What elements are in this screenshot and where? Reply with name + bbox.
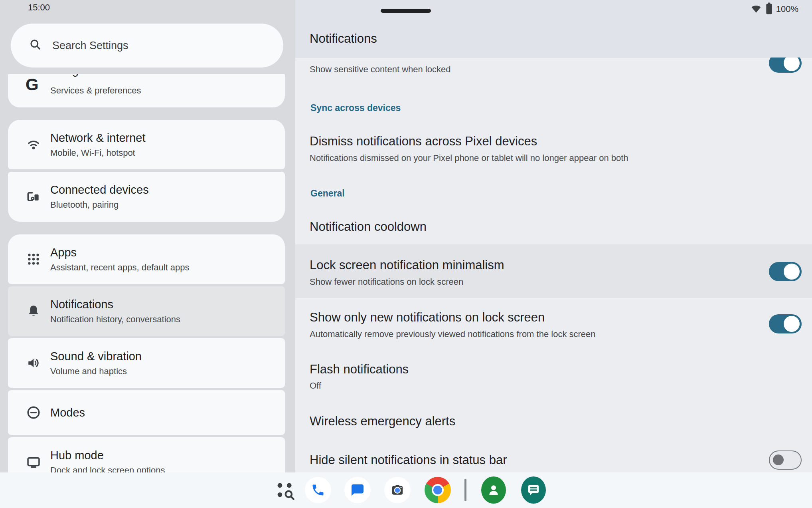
sidebar-item-title: Google (50, 74, 88, 77)
sidebar-item-subtitle: Services & preferences (50, 85, 141, 97)
search-placeholder: Search Settings (52, 40, 128, 52)
sidebar-item-notifications[interactable]: Notifications Notification history, conv… (8, 286, 285, 336)
section-sync-across-devices: Sync across devices (310, 102, 401, 113)
notifications-detail-pane: Sensitive notifications Show sensitive c… (295, 0, 812, 508)
row-show-only-new-subtitle: Automatically remove previously viewed n… (310, 329, 596, 340)
chrome-ring (432, 484, 444, 496)
chrome-lens (433, 486, 442, 494)
sidebar-item-title: Notifications (50, 297, 180, 312)
page-title: Notifications (310, 31, 377, 46)
row-lock-screen-minimalism[interactable]: Lock screen notification minimalism (310, 257, 504, 273)
sidebar-item-title: Hub mode (50, 448, 165, 462)
chrome-app-icon[interactable] (425, 477, 451, 503)
row-show-only-new[interactable]: Show only new notifications on lock scre… (310, 310, 545, 325)
wifi-icon (25, 138, 42, 151)
sidebar-item-title: Modes (50, 405, 85, 420)
speaker-icon (25, 356, 42, 370)
toggle-thumb (784, 264, 800, 280)
messages-app-icon[interactable] (344, 477, 371, 503)
all-apps-search-button[interactable] (274, 479, 296, 502)
row-sensitive-notifications-subtitle: Show sensitive content when locked (310, 64, 450, 75)
google-g-icon: G (26, 75, 39, 94)
settings-sidebar: 15:00 Search Settings G Google Services … (0, 0, 295, 508)
row-notification-cooldown[interactable]: Notification cooldown (310, 219, 427, 235)
toggle-thumb (784, 55, 800, 71)
devices-icon (25, 189, 42, 204)
do-not-disturb-icon (25, 405, 42, 420)
show-only-new-toggle[interactable] (769, 314, 802, 333)
sidebar-item-title: Apps (50, 245, 190, 260)
row-wireless-emergency-alerts[interactable]: Wireless emergency alerts (310, 413, 455, 429)
sidebar-item-subtitle: Bluetooth, pairing (50, 199, 149, 211)
row-hide-silent-notifications[interactable]: Hide silent notifications in status bar (310, 452, 507, 468)
apps-grid-icon (25, 252, 42, 266)
bell-icon (25, 304, 42, 319)
row-flash-notifications-value: Off (310, 380, 321, 391)
sidebar-item-subtitle: Notification history, conversations (50, 314, 180, 325)
lock-screen-minimalism-toggle[interactable] (769, 262, 802, 281)
detail-header-band: Notifications (295, 0, 812, 58)
sidebar-item-subtitle: Assistant, recent apps, default apps (50, 262, 190, 274)
sidebar-item-network-internet[interactable]: Network & internet Mobile, Wi-Fi, hotspo… (8, 120, 285, 169)
row-lock-screen-minimalism-subtitle: Show fewer notifications on lock screen (310, 276, 463, 288)
sidebar-item-subtitle: Volume and haptics (50, 365, 142, 377)
row-dismiss-across-pixel[interactable]: Dismiss notifications across Pixel devic… (310, 133, 537, 149)
sidebar-item-google[interactable]: G Google Services & preferences (8, 74, 285, 107)
sidebar-item-modes[interactable]: Modes (8, 390, 285, 435)
sidebar-item-subtitle: Mobile, Wi-Fi, hotspot (50, 147, 146, 159)
search-icon (29, 38, 42, 53)
contacts-app-icon[interactable] (481, 476, 506, 504)
phone-app-icon[interactable] (305, 477, 331, 503)
sidebar-item-title: Connected devices (50, 183, 149, 197)
taskbar (0, 472, 812, 508)
section-general: General (310, 188, 345, 199)
sidebar-item-title: Sound & vibration (50, 349, 142, 363)
camera-app-icon[interactable] (384, 477, 411, 503)
toggle-thumb (784, 316, 800, 332)
row-flash-notifications[interactable]: Flash notifications (310, 361, 409, 377)
battery-percent: 100% (776, 4, 798, 14)
toggle-thumb (773, 454, 784, 465)
wifi-status-icon (750, 3, 762, 15)
chat-app-icon[interactable] (521, 476, 546, 504)
status-icons: 100% (750, 2, 798, 16)
battery-icon (766, 2, 772, 16)
sidebar-item-apps[interactable]: Apps Assistant, recent apps, default app… (8, 234, 285, 284)
row-dismiss-across-pixel-subtitle: Notifications dismissed on your Pixel ph… (310, 153, 628, 164)
taskbar-divider (464, 479, 466, 501)
sidebar-item-connected-devices[interactable]: Connected devices Bluetooth, pairing (8, 172, 285, 222)
hub-display-icon (25, 454, 42, 470)
sidebar-item-sound-vibration[interactable]: Sound & vibration Volume and haptics (8, 338, 285, 388)
window-drag-handle[interactable] (381, 9, 431, 13)
hide-silent-notifications-toggle[interactable] (769, 450, 802, 470)
status-clock: 15:00 (28, 2, 50, 13)
sidebar-item-title: Network & internet (50, 131, 146, 145)
search-input[interactable]: Search Settings (10, 23, 284, 68)
